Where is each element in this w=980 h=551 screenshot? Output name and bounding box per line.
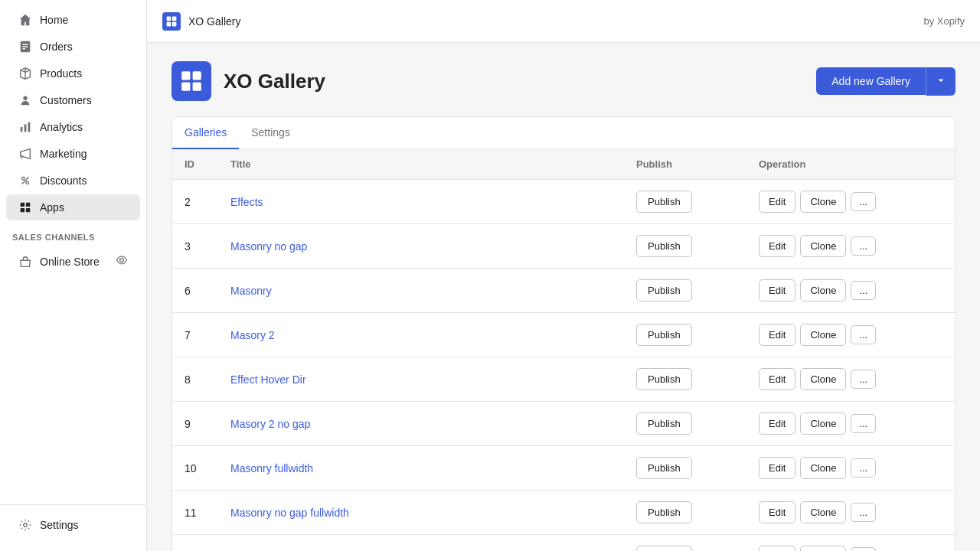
gallery-title-link[interactable]: Masory 2: [230, 329, 275, 341]
publish-button[interactable]: Publish: [636, 279, 692, 302]
cell-id: 6: [185, 285, 230, 297]
more-button[interactable]: ...: [851, 325, 876, 344]
gallery-title-link[interactable]: Masonry fullwidth: [230, 462, 313, 474]
table-row: 7 Masory 2 Publish Edit Clone ...: [172, 313, 955, 357]
tab-galleries[interactable]: Galleries: [172, 117, 239, 149]
online-store-label: Online Store: [40, 256, 100, 268]
more-button[interactable]: ...: [851, 236, 876, 256]
edit-button[interactable]: Edit: [759, 324, 795, 346]
sidebar-item-apps[interactable]: Apps: [6, 194, 140, 220]
sidebar-item-discounts[interactable]: Discounts: [6, 168, 140, 194]
cell-operations: Edit Clone ...: [759, 412, 942, 435]
orders-icon: [18, 40, 32, 54]
cell-title: Masonry no gap fullwidth: [230, 507, 636, 519]
more-button[interactable]: ...: [851, 370, 876, 389]
edit-button[interactable]: Edit: [759, 457, 795, 479]
publish-button[interactable]: Publish: [636, 191, 692, 213]
more-button[interactable]: ...: [851, 281, 876, 300]
table-row: 3 Masonry no gap Publish Edit Clone ...: [172, 224, 955, 269]
sidebar-item-home[interactable]: Home: [6, 7, 140, 33]
cell-title: Masonry no gap: [230, 240, 636, 253]
edit-button[interactable]: Edit: [759, 501, 795, 523]
svg-rect-10: [21, 203, 24, 207]
cell-operations: Edit Clone ...: [759, 457, 942, 479]
gallery-title-link[interactable]: Masory 2 no gap: [230, 418, 310, 430]
gallery-title-link[interactable]: Masonry: [230, 285, 272, 297]
table-body: 2 Effects Publish Edit Clone ... 3 Mason…: [172, 180, 955, 551]
svg-rect-22: [181, 83, 190, 91]
gallery-title-link[interactable]: Masonry no gap fullwidth: [230, 507, 349, 519]
sidebar-item-online-store[interactable]: Online Store: [6, 248, 140, 275]
publish-button[interactable]: Publish: [636, 368, 692, 390]
clone-button[interactable]: Clone: [800, 457, 846, 479]
sidebar-item-orders[interactable]: Orders: [6, 34, 140, 60]
sidebar-item-analytics[interactable]: Analytics: [6, 114, 140, 140]
svg-rect-20: [181, 71, 190, 80]
discounts-icon: [18, 174, 32, 187]
publish-button[interactable]: Publish: [636, 501, 692, 523]
sidebar-item-products[interactable]: Products: [6, 60, 140, 86]
edit-button[interactable]: Edit: [759, 412, 795, 435]
topbar-title: XO Gallery: [188, 15, 240, 28]
cell-operations: Edit Clone ...: [759, 368, 942, 390]
edit-button[interactable]: Edit: [759, 279, 795, 302]
more-button[interactable]: ...: [851, 192, 876, 211]
analytics-icon: [18, 120, 32, 134]
col-title: Title: [230, 158, 636, 170]
cell-title: Masonry: [230, 285, 636, 297]
publish-button[interactable]: Publish: [636, 412, 692, 435]
more-button[interactable]: ...: [851, 503, 876, 522]
gallery-title-link[interactable]: Masonry no gap: [230, 240, 307, 253]
tab-settings[interactable]: Settings: [239, 117, 302, 149]
clone-button[interactable]: Clone: [800, 324, 846, 346]
clone-button[interactable]: Clone: [800, 546, 846, 551]
online-store-visibility-icon[interactable]: [116, 254, 128, 269]
page-header: XO Gallery Add new Gallery: [172, 61, 956, 101]
svg-point-15: [24, 523, 28, 527]
more-button[interactable]: ...: [851, 547, 876, 551]
cell-id: 7: [185, 329, 230, 341]
sales-channels-section: SALES CHANNELS: [0, 221, 146, 247]
col-operation: Operation: [759, 158, 942, 170]
settings-label: Settings: [40, 519, 79, 531]
table-row: 12 Gallery Grid 1 Publish Edit Clone ...: [172, 535, 955, 551]
clone-button[interactable]: Clone: [800, 368, 846, 390]
page-header-left: XO Gallery: [172, 61, 325, 101]
sidebar-item-label: Marketing: [40, 148, 87, 160]
clone-button[interactable]: Clone: [800, 279, 846, 302]
add-new-gallery-button[interactable]: Add new Gallery: [816, 67, 926, 95]
cell-publish: Publish: [636, 191, 759, 213]
sidebar-item-customers[interactable]: Customers: [6, 87, 140, 113]
publish-button[interactable]: Publish: [636, 235, 692, 257]
clone-button[interactable]: Clone: [800, 501, 846, 523]
cell-publish: Publish: [636, 324, 759, 346]
add-sales-channel-button[interactable]: [122, 230, 134, 244]
col-id: ID: [185, 158, 230, 170]
publish-button[interactable]: Publish: [636, 546, 692, 551]
cell-id: 2: [185, 196, 230, 208]
cell-operations: Edit Clone ...: [759, 279, 942, 302]
edit-button[interactable]: Edit: [759, 368, 795, 390]
gallery-title-link[interactable]: Effects: [230, 196, 263, 208]
clone-button[interactable]: Clone: [800, 412, 846, 435]
more-button[interactable]: ...: [851, 414, 876, 433]
cell-operations: Edit Clone ...: [759, 501, 942, 523]
sidebar-item-marketing[interactable]: Marketing: [6, 141, 140, 167]
edit-button[interactable]: Edit: [759, 191, 795, 213]
publish-button[interactable]: Publish: [636, 457, 692, 479]
customers-icon: [18, 93, 32, 107]
sidebar-item-settings[interactable]: Settings: [6, 512, 140, 538]
edit-button[interactable]: Edit: [759, 235, 795, 257]
cell-publish: Publish: [636, 368, 759, 390]
more-button[interactable]: ...: [851, 458, 876, 478]
add-gallery-dropdown-button[interactable]: [926, 67, 956, 96]
cell-id: 10: [185, 462, 230, 474]
edit-button[interactable]: Edit: [759, 546, 795, 551]
gallery-title-link[interactable]: Effect Hover Dir: [230, 373, 306, 386]
clone-button[interactable]: Clone: [800, 235, 846, 257]
cell-title: Masory 2: [230, 329, 636, 341]
publish-button[interactable]: Publish: [636, 324, 692, 346]
clone-button[interactable]: Clone: [800, 191, 846, 213]
svg-rect-21: [193, 71, 201, 80]
table-row: 6 Masonry Publish Edit Clone ...: [172, 269, 955, 313]
